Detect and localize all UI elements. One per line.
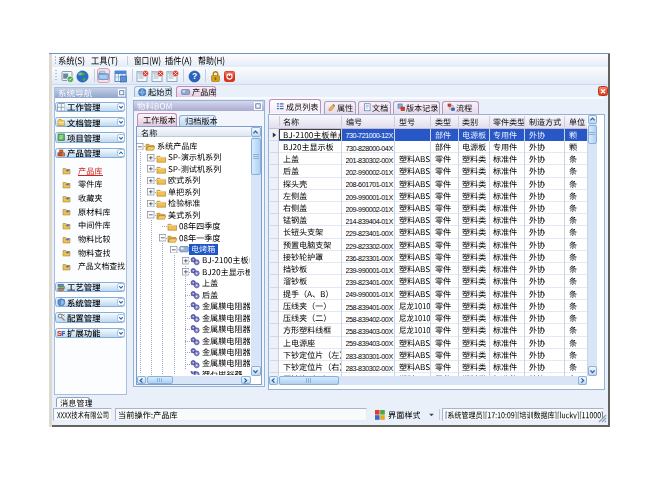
svg-text:?: ? bbox=[192, 71, 197, 81]
svg-text:P: P bbox=[61, 329, 65, 337]
